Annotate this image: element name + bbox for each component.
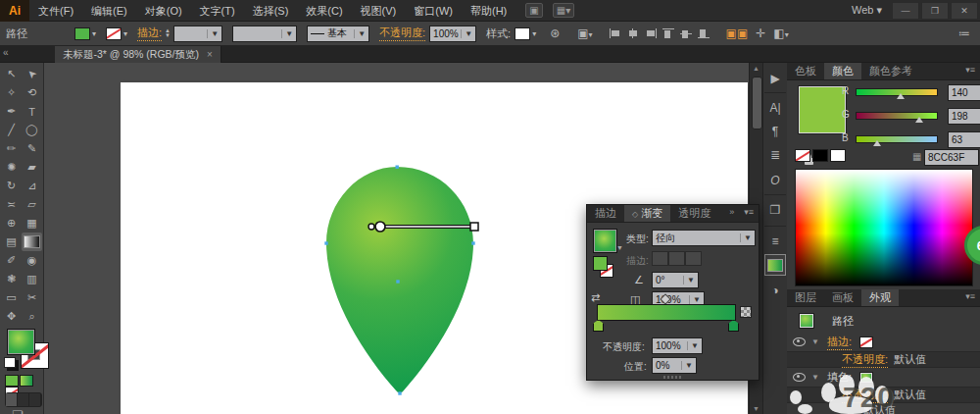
menu-edit[interactable]: 编辑(E): [82, 0, 136, 22]
stroke-attr-link[interactable]: 描边:: [827, 335, 852, 350]
menu-help[interactable]: 帮助(H): [462, 0, 515, 22]
menu-select[interactable]: 选择(S): [244, 0, 298, 22]
angle-field[interactable]: 0°▼: [652, 272, 699, 288]
panel-menu-icon[interactable]: ▾≡: [960, 289, 980, 306]
mini-fill-indicator[interactable]: [593, 256, 608, 271]
menu-type[interactable]: 文字(T): [191, 0, 244, 22]
default-fill-stroke-icon[interactable]: [4, 357, 16, 368]
red-value-field[interactable]: 140: [948, 84, 980, 101]
selection-tool-icon[interactable]: ➤: [22, 65, 42, 83]
chevron-down-icon[interactable]: ▼: [689, 295, 701, 304]
restore-button[interactable]: ❐: [921, 2, 949, 20]
chevron-down-icon[interactable]: ▼: [281, 29, 293, 38]
direct-selection-tool-icon[interactable]: ↖: [1, 65, 22, 83]
thumbnail-dropdown-arrow[interactable]: ▼: [616, 244, 623, 251]
opentype-alt-panel-icon[interactable]: ≣: [765, 145, 785, 165]
tab-color-guide[interactable]: 颜色参考: [861, 63, 920, 79]
artboard-tool-icon[interactable]: ▭: [1, 288, 22, 307]
stroke-weight-field[interactable]: ▼: [173, 26, 222, 42]
minimize-button[interactable]: —: [892, 2, 919, 20]
menu-view[interactable]: 视图(V): [352, 0, 406, 22]
recolor-artwork-icon[interactable]: ⊛: [550, 26, 560, 40]
menu-file[interactable]: 文件(F): [29, 0, 82, 22]
pencil-tool-icon[interactable]: ✎: [22, 139, 42, 158]
stop-opacity-field[interactable]: 100%▼: [652, 337, 703, 354]
mesh-tool-icon[interactable]: ▤: [1, 233, 22, 251]
transform-panel-icon[interactable]: ❐: [765, 200, 785, 220]
tab-close-icon[interactable]: ×: [207, 49, 213, 60]
panel-menu-icon[interactable]: ▾≡: [960, 63, 980, 79]
paragraph-panel-icon[interactable]: ¶: [765, 122, 785, 141]
color-button[interactable]: [5, 375, 19, 387]
opacity-link[interactable]: 不透明度:: [842, 352, 888, 368]
gradient-panel-icon[interactable]: [765, 255, 785, 275]
opentype-panel-icon[interactable]: O: [765, 171, 785, 190]
free-transform-icon[interactable]: ✛: [756, 26, 765, 40]
pen-tool-icon[interactable]: ✒: [1, 102, 22, 121]
gradient-start-handle[interactable]: [375, 222, 385, 232]
eraser-tool-icon[interactable]: ▰: [22, 158, 42, 177]
gradient-end-stop[interactable]: [728, 320, 739, 332]
stroke-opacity-row[interactable]: 不透明度: 默认值: [787, 351, 980, 368]
close-button[interactable]: ✕: [951, 2, 978, 20]
menu-object[interactable]: 对象(O): [136, 0, 191, 22]
opacity-link[interactable]: 不透明度:: [379, 26, 425, 41]
white-swatch[interactable]: [830, 149, 846, 162]
expand-arrow-icon[interactable]: ▼: [811, 337, 819, 346]
opacity-field[interactable]: 100%▼: [429, 26, 476, 42]
stroke-dropdown-arrow[interactable]: ▾: [123, 29, 127, 38]
shape-mode-icon[interactable]: ◧▾: [773, 26, 788, 40]
tab-swatches[interactable]: 色板: [787, 63, 824, 79]
stroke-swatch[interactable]: [106, 27, 122, 40]
align-top-icon[interactable]: [662, 27, 675, 39]
rotate-tool-icon[interactable]: ↻: [1, 177, 22, 195]
align-right-icon[interactable]: [644, 27, 658, 39]
blend-tool-icon[interactable]: ◉: [22, 251, 42, 270]
bridge-icon[interactable]: ▣: [525, 3, 542, 18]
chevron-down-icon[interactable]: ▼: [207, 29, 219, 38]
screen-mode-icon[interactable]: ❏: [12, 408, 24, 414]
tab-appearance[interactable]: 外观: [861, 289, 899, 306]
black-swatch[interactable]: [812, 149, 828, 162]
gradient-button[interactable]: [20, 375, 33, 387]
panel-collapse-icon[interactable]: »: [724, 205, 739, 222]
symbols-panel-icon[interactable]: ▶: [765, 69, 785, 88]
paintbrush-tool-icon[interactable]: ✏: [1, 139, 22, 158]
blue-value-field[interactable]: 63: [948, 131, 980, 148]
free-transform-tool-icon[interactable]: ▱: [22, 195, 42, 214]
fill-dropdown-arrow[interactable]: ▾: [92, 29, 96, 38]
annotator-toggle-icon[interactable]: [740, 306, 752, 318]
reverse-gradient-icon[interactable]: ⇄: [591, 291, 600, 304]
chevron-down-icon[interactable]: ▼: [740, 233, 752, 242]
tab-color[interactable]: 颜色: [824, 63, 861, 79]
transparency-panel-icon[interactable]: ◑: [765, 281, 785, 300]
align-left-icon[interactable]: [609, 27, 622, 39]
stroke-attr-swatch[interactable]: [859, 336, 873, 348]
color-spectrum[interactable]: [795, 169, 973, 286]
scrollbar-thumb[interactable]: [752, 77, 762, 129]
workspace-switcher[interactable]: Web ▾: [842, 4, 892, 17]
hex-field[interactable]: 8CC63F: [924, 149, 979, 166]
red-slider-handle[interactable]: [897, 93, 905, 99]
menu-window[interactable]: 窗口(W): [405, 0, 462, 22]
align-middle-icon[interactable]: [679, 27, 693, 39]
line-segment-tool-icon[interactable]: ╱: [1, 121, 22, 139]
align-to-selection-icon[interactable]: ▣▣: [726, 26, 749, 40]
panel-resize-grip[interactable]: [663, 376, 683, 379]
type-tool-icon[interactable]: T: [22, 102, 42, 121]
draw-normal-button[interactable]: [6, 393, 18, 406]
green-slider-handle[interactable]: [915, 117, 923, 123]
zoom-tool-icon[interactable]: ⌕: [22, 307, 42, 326]
tab-transparency[interactable]: 透明度: [670, 205, 718, 222]
green-value-field[interactable]: 198: [948, 108, 980, 125]
ellipse-tool-icon[interactable]: ◯: [22, 121, 42, 139]
width-profile-field[interactable]: ▼: [232, 26, 297, 42]
gradient-slider-bar[interactable]: [597, 304, 736, 321]
column-graph-tool-icon[interactable]: ▥: [22, 270, 42, 288]
draw-behind-button[interactable]: [18, 393, 29, 406]
perspective-grid-tool-icon[interactable]: ▦: [22, 214, 42, 233]
chevron-down-icon[interactable]: ▼: [681, 361, 693, 370]
fill-swatch[interactable]: [74, 27, 90, 40]
gradient-tool-icon[interactable]: [22, 233, 42, 251]
toolbar-collapse-chevron[interactable]: «: [3, 47, 9, 58]
